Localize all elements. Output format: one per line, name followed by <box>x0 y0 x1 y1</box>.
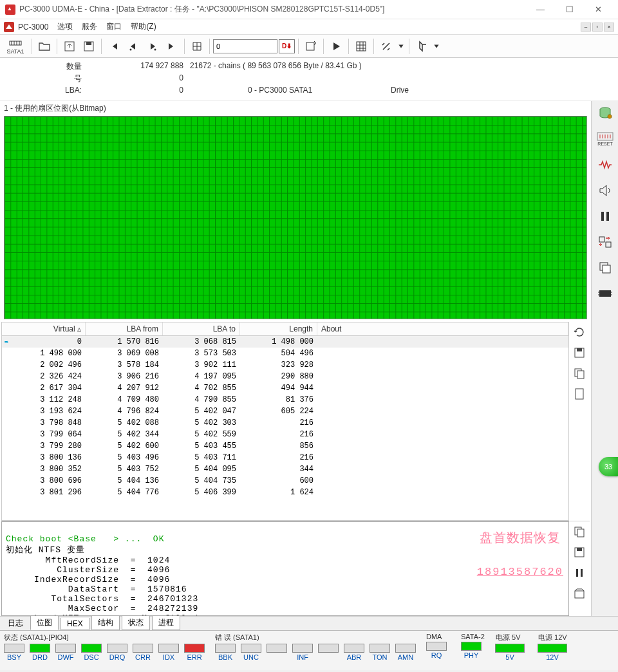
drive-label: Drive <box>377 86 409 95</box>
table-row[interactable]: 3 800 136 5 403 496 5 403 711 216 <box>2 452 568 463</box>
table-row[interactable]: 3 799 280 5 402 600 5 403 455 856 <box>2 440 568 452</box>
table-row[interactable]: ➨ 0 1 570 816 3 068 815 1 498 000 <box>2 336 568 348</box>
save-button[interactable] <box>80 37 98 55</box>
mdi-restore-icon[interactable]: ▫ <box>592 23 603 32</box>
log-output: Check boot <Base > ... OK 初始化 NTFS 变量 Mf… <box>1 521 569 616</box>
speaker-icon[interactable] <box>596 182 614 199</box>
col-length[interactable]: Length <box>240 322 317 335</box>
grid-toggle-button[interactable] <box>188 37 206 55</box>
first-button[interactable] <box>105 37 123 55</box>
prev-button[interactable] <box>124 37 142 55</box>
led-rq: RQ <box>425 642 448 659</box>
table-row[interactable]: 2 326 424 3 906 216 4 197 095 290 880 <box>2 371 568 382</box>
tab-log[interactable]: 日志 <box>3 617 28 630</box>
next-button[interactable] <box>144 37 162 55</box>
led-12v: 12V <box>537 644 568 661</box>
led-crr: CRR <box>131 644 154 661</box>
tab-struct[interactable]: 结构 <box>91 616 120 630</box>
maximize-button[interactable]: ☐ <box>555 1 584 19</box>
svg-rect-43 <box>603 265 610 273</box>
table-row[interactable]: 3 112 248 4 709 480 4 790 855 81 376 <box>2 394 568 406</box>
open-folder-button[interactable] <box>35 37 53 55</box>
minimize-button[interactable]: — <box>526 1 555 19</box>
tab-hex[interactable]: HEX <box>61 618 89 630</box>
dma-title: DMA <box>425 633 456 642</box>
table-row[interactable]: 3 801 296 5 404 776 5 406 399 1 624 <box>2 487 568 498</box>
menu-bar: PC-3000 选项 服务 窗口 帮助(Z) – ▫ × <box>0 19 618 35</box>
table-row[interactable]: 2 002 496 3 578 184 3 902 111 323 928 <box>2 359 568 371</box>
svg-rect-40 <box>599 237 604 242</box>
table-refresh-icon[interactable] <box>572 324 587 340</box>
swap-icon[interactable] <box>596 234 614 250</box>
col-about[interactable]: About <box>317 322 568 335</box>
table-row[interactable]: 3 798 848 5 402 088 5 402 303 216 <box>2 417 568 429</box>
led-unc: UNC <box>239 644 263 661</box>
port-selector[interactable]: SATA1 <box>3 37 28 55</box>
dx-indicator[interactable]: D⬇ <box>279 39 295 53</box>
col-virtual[interactable]: Virtual ▵ <box>2 322 86 335</box>
export-button[interactable] <box>302 37 320 55</box>
load-button[interactable] <box>61 37 79 55</box>
table-row[interactable]: 3 800 696 5 404 136 5 404 735 600 <box>2 475 568 487</box>
tab-status[interactable]: 状态 <box>122 616 150 630</box>
led-amn: AMN <box>394 644 417 661</box>
settings-dropdown[interactable] <box>397 37 406 55</box>
led-dsc: DSC <box>80 644 103 661</box>
menu-help[interactable]: 帮助(Z) <box>131 21 156 32</box>
notification-bubble[interactable]: 33 <box>599 457 618 476</box>
menu-window[interactable]: 窗口 <box>106 21 122 32</box>
sector-panel-label: 1 - 使用的扇区位图(从Bitmap) <box>0 101 591 115</box>
led- <box>317 644 340 661</box>
tab-bitmap[interactable]: 位图 <box>30 616 59 630</box>
log-copy-icon[interactable] <box>572 524 587 539</box>
tab-progress[interactable]: 进程 <box>152 616 180 630</box>
col-lbafrom[interactable]: LBA from <box>86 322 163 335</box>
mdi-close-icon[interactable]: × <box>604 23 614 32</box>
table-row[interactable]: 2 617 304 4 207 912 4 702 855 494 944 <box>2 382 568 394</box>
settings-button[interactable] <box>377 37 395 55</box>
led-bsy: BSY <box>3 644 26 661</box>
table-row[interactable]: 3 800 352 5 403 752 5 404 095 344 <box>2 463 568 475</box>
svg-rect-21 <box>576 389 583 399</box>
sector-bitmap[interactable] <box>4 116 587 319</box>
p5v-title: 电源 5V <box>494 633 533 644</box>
table-row[interactable]: 3 193 624 4 796 824 5 402 047 605 224 <box>2 406 568 417</box>
menu-services[interactable]: 服务 <box>82 21 97 32</box>
svg-rect-8 <box>86 42 91 45</box>
led-abr: ABR <box>342 644 366 661</box>
pause-icon[interactable] <box>596 208 614 225</box>
status-footer: 状态 (SATA1)-[PIO4] BSYDRDDWFDSCDRQCRRIDXE… <box>0 630 618 670</box>
qty-label: 数量 <box>0 61 87 72</box>
qty-value: 174 927 888 <box>87 61 190 72</box>
table-row[interactable]: 1 498 000 3 069 008 3 573 503 504 496 <box>2 348 568 359</box>
play-button[interactable] <box>327 37 345 55</box>
led-inf: INF <box>291 644 314 661</box>
chains-value: 21672 - chains ( 89 563 078 656 Byte / 8… <box>190 61 618 72</box>
matrix-button[interactable] <box>352 37 370 55</box>
last-button[interactable] <box>163 37 181 55</box>
p12v-title: 电源 12V <box>537 633 576 644</box>
reset-icon[interactable]: RESET <box>596 131 614 147</box>
mdi-minimize-icon[interactable]: – <box>581 23 591 32</box>
svg-point-30 <box>608 115 612 118</box>
chip-icon[interactable] <box>596 285 614 302</box>
sector-number-input[interactable] <box>213 39 277 53</box>
log-save-icon[interactable] <box>572 545 587 560</box>
table-row[interactable]: 3 799 064 5 402 344 5 402 559 216 <box>2 429 568 440</box>
log-pause-icon[interactable] <box>572 565 587 581</box>
resistor-icon[interactable] <box>596 156 614 173</box>
right-toolbar: RESET <box>591 101 618 616</box>
col-lbato[interactable]: LBA to <box>163 322 240 335</box>
copy-stack-icon[interactable] <box>596 259 614 276</box>
log-clear-icon[interactable] <box>572 586 587 601</box>
close-button[interactable]: ✕ <box>584 1 613 19</box>
table-doc-icon[interactable] <box>572 386 587 402</box>
exit-dropdown[interactable] <box>432 37 441 55</box>
table-copy-icon[interactable] <box>572 366 587 381</box>
led-drq: DRQ <box>106 644 129 661</box>
menu-options[interactable]: 选项 <box>57 21 73 32</box>
exit-button[interactable] <box>413 37 431 55</box>
svg-rect-11 <box>306 42 314 50</box>
cylinder-icon[interactable] <box>596 105 614 122</box>
table-save-icon[interactable] <box>572 345 587 360</box>
